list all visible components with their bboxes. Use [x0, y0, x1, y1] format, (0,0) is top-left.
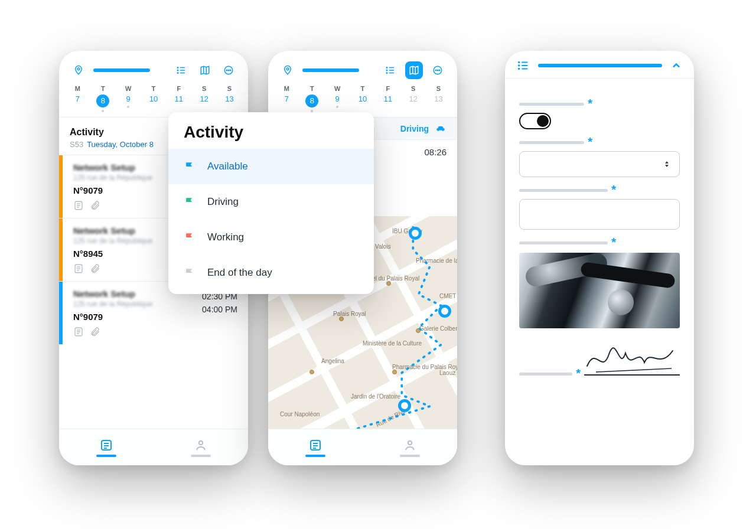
field-label: *	[519, 373, 572, 376]
note-icon	[73, 327, 84, 337]
field-label: *	[519, 241, 608, 244]
status-text: Driving	[400, 124, 429, 133]
svg-point-33	[386, 73, 387, 74]
flag-icon	[184, 161, 195, 172]
map-icon[interactable]	[405, 61, 423, 79]
svg-point-10	[230, 70, 231, 71]
route-stop[interactable]	[398, 399, 411, 412]
route-stop[interactable]	[409, 227, 422, 240]
text-input[interactable]	[519, 199, 680, 230]
note-icon	[73, 200, 84, 211]
tab-profile[interactable]	[154, 429, 248, 465]
photo-attachment[interactable]	[519, 253, 680, 328]
attachment-icon	[90, 327, 100, 337]
note-icon	[73, 263, 84, 274]
svg-point-0	[77, 68, 80, 70]
activity-option-available[interactable]: Available	[168, 149, 374, 184]
section-title	[538, 64, 662, 67]
svg-point-3	[177, 70, 178, 71]
select-input[interactable]	[519, 151, 680, 177]
svg-point-31	[386, 70, 387, 71]
svg-point-46	[519, 65, 520, 66]
activity-option-working[interactable]: Working	[168, 220, 374, 255]
location-icon[interactable]	[279, 61, 296, 79]
activity-popover: Activity Available Driving Working End o…	[168, 112, 374, 294]
route-stop[interactable]	[438, 305, 451, 318]
phone-form: * * * * *	[505, 51, 694, 465]
page-title	[93, 68, 150, 72]
svg-point-48	[519, 68, 520, 70]
page-title	[302, 68, 359, 72]
accordion-header[interactable]	[505, 51, 694, 79]
field-label: *	[519, 103, 584, 106]
svg-point-29	[386, 67, 387, 68]
activity-option-driving[interactable]: Driving	[168, 184, 374, 220]
list-icon	[517, 59, 530, 72]
car-icon	[435, 124, 447, 133]
tab-jobs[interactable]	[268, 429, 363, 465]
tab-jobs[interactable]	[59, 429, 154, 465]
flag-icon	[184, 267, 195, 279]
tab-profile[interactable]	[363, 429, 457, 465]
topbar	[268, 51, 457, 85]
flag-icon	[184, 231, 195, 243]
flag-icon	[184, 196, 195, 208]
svg-point-9	[228, 70, 229, 71]
topbar	[59, 51, 248, 85]
chevron-up-icon	[670, 60, 682, 71]
svg-point-8	[226, 70, 227, 71]
svg-point-1	[177, 67, 178, 68]
location-icon[interactable]	[70, 61, 87, 79]
svg-point-36	[435, 70, 436, 71]
svg-point-37	[437, 70, 438, 71]
attachment-icon	[90, 263, 100, 274]
signature-icon	[584, 342, 679, 376]
more-icon[interactable]	[220, 61, 237, 79]
list-icon[interactable]	[382, 61, 399, 79]
map-icon[interactable]	[196, 61, 214, 79]
tab-bar	[59, 429, 248, 465]
sort-caret-icon	[663, 159, 671, 169]
activity-option-end-of-day[interactable]: End of the day	[168, 255, 374, 291]
popover-title: Activity	[184, 123, 374, 142]
attachment-icon	[90, 200, 100, 211]
svg-point-44	[519, 62, 520, 63]
form: * * * * *	[505, 83, 694, 465]
signature-field[interactable]	[584, 342, 680, 376]
field-label: *	[519, 189, 608, 192]
list-icon[interactable]	[172, 61, 190, 79]
svg-point-28	[286, 68, 289, 70]
svg-point-5	[177, 73, 178, 74]
more-icon[interactable]	[429, 61, 447, 79]
field-label: *	[519, 141, 584, 144]
svg-point-38	[439, 70, 440, 71]
svg-point-27	[199, 440, 203, 444]
svg-point-43	[408, 440, 412, 444]
toggle-switch[interactable]	[519, 113, 551, 129]
tab-bar	[268, 429, 457, 465]
